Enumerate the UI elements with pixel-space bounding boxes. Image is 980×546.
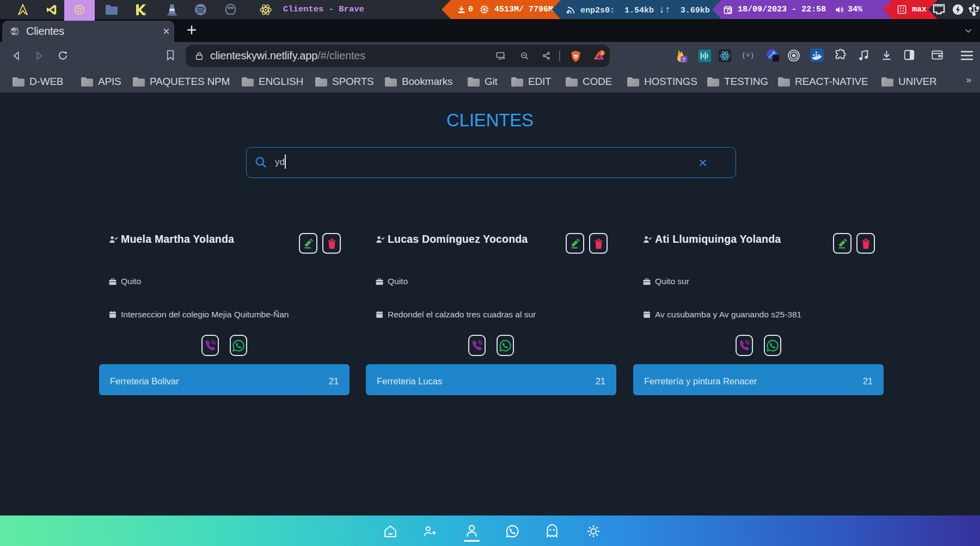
- svg-text:7: 7: [682, 57, 685, 63]
- svg-text:3: 3: [601, 51, 603, 56]
